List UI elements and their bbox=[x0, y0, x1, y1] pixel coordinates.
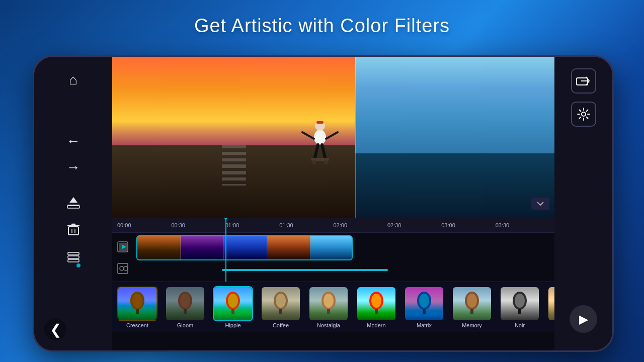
svg-point-52 bbox=[467, 294, 477, 308]
svg-point-31 bbox=[132, 294, 142, 308]
svg-line-20 bbox=[322, 145, 325, 157]
filter-hippie[interactable]: Hippie bbox=[210, 286, 256, 328]
filter-nostalgia[interactable]: Nostalgia bbox=[306, 286, 351, 328]
svg-point-55 bbox=[515, 294, 525, 308]
filter-gloom-thumb bbox=[165, 286, 205, 321]
delete-icon[interactable] bbox=[67, 223, 80, 240]
filter-memory-thumb bbox=[452, 286, 492, 321]
filter-noir-thumb bbox=[500, 286, 540, 321]
filter-modern-thumb bbox=[356, 286, 396, 321]
playhead[interactable] bbox=[225, 218, 226, 282]
page-title: Get Artistic with Color Filters bbox=[0, 15, 644, 37]
svg-rect-44 bbox=[327, 309, 330, 314]
filter-track-icon bbox=[117, 263, 132, 277]
layers-badge bbox=[75, 262, 82, 268]
ruler-marks: 00:00 00:30 01:00 01:30 02:00 02:30 03:0… bbox=[117, 222, 549, 228]
filter-hippie-thumb bbox=[213, 286, 253, 321]
ruler-mark-3: 01:30 bbox=[279, 222, 333, 228]
svg-point-14 bbox=[314, 130, 326, 145]
filter-track bbox=[117, 263, 549, 277]
filter-strip[interactable] bbox=[222, 269, 388, 271]
video-preview bbox=[112, 57, 554, 218]
filter-memory[interactable]: Memory bbox=[449, 286, 495, 328]
filter-crescent[interactable]: Crescent bbox=[115, 286, 160, 328]
layers-icon[interactable] bbox=[66, 250, 80, 267]
svg-point-49 bbox=[419, 294, 429, 308]
upload-icon[interactable] bbox=[66, 196, 80, 213]
filter-noir[interactable]: Noir bbox=[497, 286, 542, 328]
svg-point-40 bbox=[276, 294, 286, 308]
filter-crescent-label: Crescent bbox=[126, 322, 148, 328]
filter-coffee[interactable]: Coffee bbox=[258, 286, 303, 328]
export-button[interactable] bbox=[571, 68, 596, 94]
ruler-mark-0: 00:00 bbox=[117, 222, 171, 228]
filter-gloom-label: Gloom bbox=[177, 322, 193, 328]
filter-matrix-thumb bbox=[404, 286, 444, 321]
svg-rect-56 bbox=[518, 309, 521, 314]
video-track-icon bbox=[117, 241, 132, 255]
right-sidebar: ▶ bbox=[554, 57, 612, 350]
filter-matrix[interactable]: Matrix bbox=[401, 286, 447, 328]
svg-rect-50 bbox=[423, 309, 426, 314]
svg-rect-2 bbox=[67, 206, 79, 208]
filter-ochre[interactable]: Ochre bbox=[545, 286, 554, 328]
ruler-mark-1: 00:30 bbox=[171, 222, 225, 228]
filter-coffee-thumb bbox=[261, 286, 301, 321]
svg-rect-35 bbox=[184, 309, 187, 314]
play-button[interactable]: ▶ bbox=[570, 305, 597, 333]
filter-nostalgia-thumb bbox=[308, 286, 349, 321]
svg-point-23 bbox=[324, 160, 328, 164]
main-video-strip[interactable] bbox=[136, 235, 353, 260]
skater-figure bbox=[300, 115, 340, 185]
forward-icon[interactable]: → bbox=[66, 159, 80, 175]
home-icon[interactable]: ⌂ bbox=[69, 72, 77, 88]
svg-rect-3 bbox=[68, 227, 78, 235]
back-icon[interactable]: ← bbox=[66, 133, 80, 149]
svg-point-43 bbox=[324, 294, 334, 308]
video-track bbox=[117, 235, 549, 260]
ruler-mark-5: 02:30 bbox=[387, 222, 441, 228]
filter-matrix-label: Matrix bbox=[417, 322, 432, 328]
left-sidebar: ⌂ ← → bbox=[34, 57, 112, 350]
filter-gloom[interactable]: Gloom bbox=[163, 286, 208, 328]
svg-point-46 bbox=[371, 294, 381, 308]
svg-point-34 bbox=[180, 294, 190, 308]
svg-rect-10 bbox=[68, 259, 79, 262]
svg-point-22 bbox=[312, 160, 316, 164]
svg-rect-27 bbox=[118, 263, 128, 274]
filter-noir-label: Noir bbox=[515, 322, 525, 328]
svg-rect-32 bbox=[136, 309, 139, 314]
filter-coffee-label: Coffee bbox=[273, 322, 289, 328]
main-content: 00:00 00:30 01:00 01:30 02:00 02:30 03:0… bbox=[112, 57, 554, 350]
settings-button[interactable] bbox=[571, 102, 596, 127]
filter-memory-label: Memory bbox=[462, 322, 482, 328]
filter-ochre-thumb bbox=[547, 286, 554, 321]
svg-point-13 bbox=[582, 112, 586, 116]
timeline-tracks bbox=[112, 233, 554, 282]
video-right-panel bbox=[355, 57, 554, 218]
phone-frame: ⌂ ← → bbox=[33, 55, 614, 352]
svg-point-28 bbox=[120, 266, 124, 270]
svg-line-19 bbox=[315, 145, 318, 157]
timeline-ruler: 00:00 00:30 01:00 01:30 02:00 02:30 03:0… bbox=[112, 218, 554, 233]
filter-modern[interactable]: Modern bbox=[354, 286, 399, 328]
svg-line-18 bbox=[326, 132, 338, 139]
ruler-mark-2: 01:00 bbox=[225, 222, 279, 228]
svg-rect-38 bbox=[231, 309, 234, 314]
filter-nostalgia-label: Nostalgia bbox=[317, 322, 340, 328]
svg-rect-53 bbox=[470, 309, 473, 314]
filter-modern-label: Modern bbox=[367, 322, 385, 328]
phone-screen: ⌂ ← → bbox=[34, 57, 612, 350]
svg-rect-8 bbox=[68, 252, 79, 255]
svg-rect-16 bbox=[316, 121, 324, 124]
timeline-area: 00:00 00:30 01:00 01:30 02:00 02:30 03:0… bbox=[112, 218, 554, 350]
svg-rect-47 bbox=[375, 309, 378, 314]
svg-point-29 bbox=[124, 266, 128, 270]
filter-hippie-label: Hippie bbox=[225, 322, 240, 328]
filter-crescent-thumb bbox=[117, 286, 157, 321]
back-arrow-button[interactable]: ❮ bbox=[44, 318, 66, 340]
collapse-button[interactable] bbox=[531, 198, 549, 210]
svg-rect-9 bbox=[68, 256, 79, 258]
svg-rect-41 bbox=[279, 309, 282, 314]
ruler-mark-4: 02:00 bbox=[334, 222, 387, 228]
